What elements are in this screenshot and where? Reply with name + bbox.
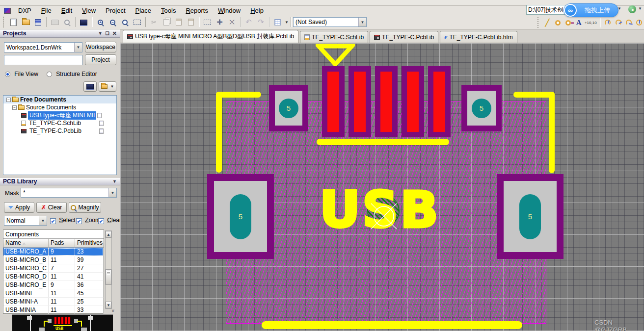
magnify-button[interactable]: Magnify bbox=[69, 202, 101, 213]
tree-item-pcblib[interactable]: TE_TYPE-C.PcbLib bbox=[3, 127, 116, 135]
zoom-area-button[interactable] bbox=[131, 16, 143, 28]
column-header-pads[interactable]: Pads bbox=[49, 239, 75, 247]
copy-button[interactable] bbox=[160, 16, 172, 28]
pin1-triangle-marker[interactable] bbox=[316, 43, 355, 67]
silkscreen-line-top[interactable] bbox=[317, 139, 449, 145]
grid-dropdown-icon[interactable]: ▼ bbox=[285, 20, 289, 25]
print-button[interactable] bbox=[49, 16, 61, 28]
menu-dxp[interactable]: DXP bbox=[14, 6, 36, 15]
column-header-primitives[interactable]: Primitives bbox=[75, 239, 104, 247]
library-view-button[interactable] bbox=[83, 81, 97, 92]
component-row[interactable]: USB-MINI 11 45 bbox=[3, 289, 104, 298]
project-select[interactable] bbox=[4, 55, 82, 65]
menu-file[interactable]: File bbox=[37, 6, 56, 15]
full-circle-tool-button[interactable] bbox=[635, 17, 644, 28]
signal-pad-3[interactable] bbox=[375, 66, 398, 137]
cut-button[interactable]: ✂ bbox=[148, 16, 160, 28]
arc-center-tool-button[interactable] bbox=[614, 17, 623, 28]
panel-menu-icon[interactable]: ▼ bbox=[112, 179, 117, 184]
component-row[interactable]: USB-MINIA 11 33 bbox=[3, 306, 104, 314]
new-document-button[interactable] bbox=[7, 16, 20, 28]
tree-node-source-documents[interactable]: − Source Documents bbox=[3, 103, 116, 111]
apply-button[interactable]: Apply bbox=[4, 202, 34, 213]
line-tool-button[interactable]: ╱ bbox=[542, 17, 552, 28]
signal-pad-1[interactable] bbox=[322, 66, 345, 137]
collapse-icon[interactable]: − bbox=[12, 105, 17, 110]
component-row[interactable]: USB-MINI-A 11 25 bbox=[3, 298, 104, 306]
menu-reports[interactable]: Reports bbox=[181, 6, 213, 15]
clear-button[interactable]: ✗ Clear bbox=[36, 202, 67, 213]
silkscreen-bracket-right-v[interactable] bbox=[549, 92, 555, 173]
zoom-document-button[interactable] bbox=[119, 16, 131, 28]
menu-project[interactable]: Project bbox=[101, 6, 130, 15]
silkscreen-line-bottom[interactable] bbox=[262, 321, 522, 329]
signal-pad-4[interactable] bbox=[402, 66, 424, 137]
signal-pad-5[interactable] bbox=[428, 66, 451, 137]
grid-preset-select[interactable]: (Not Saved) ▼ bbox=[293, 17, 367, 27]
move-button[interactable]: ✛ bbox=[214, 16, 226, 28]
view-mode-select[interactable]: Normal ▼ bbox=[4, 216, 47, 226]
menu-place[interactable]: Place bbox=[131, 6, 156, 15]
open-button[interactable] bbox=[20, 16, 32, 28]
footprint-preview[interactable]: USB bbox=[12, 314, 113, 331]
clear-selection-button[interactable]: ⤬ bbox=[226, 16, 238, 28]
menu-window[interactable]: Window bbox=[214, 6, 245, 15]
silkscreen-bracket-left-v[interactable] bbox=[216, 92, 222, 173]
file-view-radio[interactable]: File View bbox=[5, 71, 38, 77]
paste-array-button[interactable] bbox=[185, 16, 197, 28]
collapse-icon[interactable]: − bbox=[6, 98, 11, 102]
component-row[interactable]: USB-MICRO_D 11 41 bbox=[3, 273, 104, 281]
clear-existing-checkbox[interactable]: ✔ Clear E bbox=[98, 217, 120, 224]
pcb-editor-canvas[interactable]: 5 5 5 5 USB bbox=[120, 43, 644, 331]
component-row[interactable]: USB-MICRO_A 9 23 bbox=[3, 248, 104, 256]
mask-input[interactable]: * ▼ bbox=[21, 188, 117, 198]
undo-button[interactable]: ↶ bbox=[242, 16, 255, 28]
browse-library-button[interactable] bbox=[78, 16, 90, 28]
redo-button[interactable]: ↷ bbox=[255, 16, 267, 28]
component-row[interactable]: USB-MICRO_E 9 36 bbox=[3, 281, 104, 289]
string-tool-button[interactable]: A bbox=[574, 17, 583, 28]
workspace-select[interactable]: Workspace1.DsnWrk ▼ bbox=[4, 42, 82, 52]
print-preview-button[interactable] bbox=[61, 16, 73, 28]
coordinate-tool-button[interactable]: +10,10 bbox=[585, 17, 597, 28]
tab-te-typec-pcblib[interactable]: TE_TYPE-C.PcbLib bbox=[370, 31, 438, 43]
tree-item-schlib[interactable]: TE_TYPE-C.SchLib bbox=[3, 119, 116, 127]
zoom-out-button[interactable]: − bbox=[107, 16, 119, 28]
drag-upload-button[interactable]: ∞ 拖拽上传 bbox=[564, 3, 618, 17]
mount-pad-top-right[interactable]: 5 bbox=[461, 85, 502, 131]
tab-usb-typec-pcblib[interactable]: USB type-c母座 MINI MICRO A型B型D型USB 封装库.Pc… bbox=[123, 30, 298, 43]
menu-tools[interactable]: Tools bbox=[157, 6, 180, 15]
close-icon[interactable]: ✕ bbox=[112, 30, 117, 37]
arc-any-tool-button[interactable] bbox=[624, 17, 633, 28]
open-document-button[interactable]: ▼ bbox=[99, 81, 116, 92]
paste-button[interactable] bbox=[172, 16, 185, 28]
tree-root-free-documents[interactable]: − Free Documents bbox=[3, 96, 116, 103]
scroll-up-icon[interactable]: ▲ bbox=[106, 231, 111, 238]
scroll-down-icon[interactable]: ▼ bbox=[106, 302, 111, 308]
grid-toggle-button[interactable] bbox=[271, 16, 284, 28]
component-row[interactable]: USB-MICRO_B 11 39 bbox=[3, 256, 104, 264]
shield-pad-left[interactable]: 5 bbox=[207, 174, 274, 259]
scrollbar-thumb[interactable] bbox=[106, 269, 111, 285]
menu-edit[interactable]: Edit bbox=[57, 6, 77, 15]
silkscreen-bracket-left-h[interactable] bbox=[216, 92, 261, 98]
signal-pad-2[interactable] bbox=[349, 66, 371, 137]
components-scrollbar[interactable]: ▲ ▼ bbox=[105, 230, 112, 309]
tree-item-usb-typec[interactable]: USB type-c母座 MINI MII bbox=[3, 111, 116, 119]
shield-pad-right[interactable]: 5 bbox=[497, 174, 564, 259]
column-header-name[interactable]: Name △ bbox=[3, 239, 49, 247]
arc-edge-tool-button[interactable] bbox=[603, 17, 613, 28]
panel-menu-icon[interactable]: ▼ bbox=[98, 31, 103, 36]
structure-editor-radio[interactable]: Structure Editor bbox=[47, 71, 97, 77]
tab-te-typec-pcblib-htm[interactable]: e TE_TYPE-C.PcbLib.htm bbox=[440, 31, 517, 43]
select-area-button[interactable] bbox=[201, 16, 214, 28]
project-button[interactable]: Project bbox=[85, 54, 116, 65]
back-navigation-icon[interactable]: ◂ bbox=[628, 5, 636, 13]
pin-icon[interactable]: ❏ bbox=[106, 31, 109, 36]
zoom-in-button[interactable]: + bbox=[94, 16, 107, 28]
workspace-button[interactable]: Workspace bbox=[85, 42, 116, 52]
component-row[interactable]: USB-MICRO_C 7 27 bbox=[3, 264, 104, 273]
toolbar-grip[interactable] bbox=[537, 17, 539, 28]
menu-view[interactable]: View bbox=[78, 6, 100, 15]
tab-te-typec-schlib[interactable]: TE_TYPE-C.SchLib bbox=[300, 31, 368, 43]
